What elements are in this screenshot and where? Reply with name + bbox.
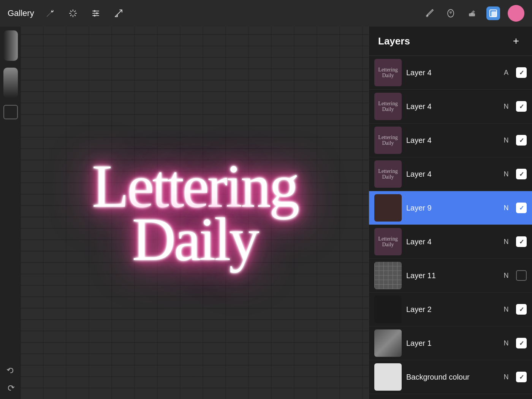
smudge-icon[interactable]: [444, 6, 458, 20]
layer-name: Layer 9: [406, 204, 432, 212]
layer-info: Layer 11: [402, 271, 502, 280]
layer-name: Layer 4: [406, 238, 432, 246]
layer-info: Layer 2: [402, 305, 502, 314]
layer-blend-mode[interactable]: N: [502, 204, 510, 212]
layer-visibility-checkbox[interactable]: [516, 338, 527, 348]
layer-name: Layer 2: [406, 305, 432, 314]
svg-line-6: [74, 11, 76, 12]
layer-thumbnail: [374, 194, 402, 222]
layer-name: Layer 4: [406, 102, 432, 111]
layer-item[interactable]: Layer 11N: [369, 259, 532, 293]
layer-item[interactable]: LetteringDailyLayer 4N: [369, 90, 532, 124]
layer-thumbnail: LetteringDaily: [374, 160, 402, 188]
layer-thumbnail: [374, 296, 402, 323]
color-picker[interactable]: [508, 5, 524, 22]
size-slider[interactable]: [3, 68, 18, 98]
shape-tool[interactable]: [3, 105, 18, 119]
layer-blend-mode[interactable]: N: [502, 272, 510, 280]
canvas-area: Lettering Daily Layers + LetteringDailyL…: [0, 27, 532, 399]
layer-thumbnail: [374, 329, 402, 357]
svg-line-4: [70, 11, 72, 12]
layer-info: Layer 4: [402, 102, 502, 111]
layers-header: Layers +: [369, 27, 532, 56]
left-sidebar: [0, 27, 21, 399]
layers-list: LetteringDailyLayer 4ALetteringDailyLaye…: [369, 56, 532, 399]
layer-thumbnail: LetteringDaily: [374, 228, 402, 255]
layer-item[interactable]: LetteringDailyLayer 4N: [369, 225, 532, 259]
eraser-icon[interactable]: [465, 6, 479, 20]
layer-item[interactable]: Layer 1N: [369, 326, 532, 360]
gallery-button[interactable]: Gallery: [8, 8, 34, 18]
layer-visibility-checkbox[interactable]: [516, 304, 527, 315]
layer-blend-mode[interactable]: A: [502, 69, 510, 77]
layer-thumbnail: LetteringDaily: [374, 93, 402, 120]
svg-line-5: [74, 15, 76, 16]
layer-item[interactable]: Background colourN: [369, 360, 532, 394]
svg-rect-15: [491, 11, 497, 17]
add-layer-button[interactable]: +: [509, 34, 523, 48]
layer-item[interactable]: LetteringDailyLayer 4N: [369, 124, 532, 157]
layer-item[interactable]: Layer 2N: [369, 293, 532, 326]
layer-blend-mode[interactable]: N: [502, 339, 510, 347]
layer-item[interactable]: Layer 9N: [369, 191, 532, 225]
layers-panel: Layers + LetteringDailyLayer 4ALettering…: [369, 27, 532, 399]
svg-point-9: [96, 13, 98, 14]
neon-text-container: Lettering Daily: [92, 156, 298, 270]
toolbar: Gallery: [0, 0, 532, 27]
layers-icon[interactable]: [486, 6, 500, 20]
layer-name: Layer 1: [406, 339, 432, 347]
layer-info: Layer 4: [402, 238, 502, 246]
layer-name: Layer 4: [406, 136, 432, 144]
layer-blend-mode[interactable]: N: [502, 306, 510, 314]
svg-line-7: [70, 15, 72, 16]
layer-thumbnail: LetteringDaily: [374, 127, 402, 154]
layer-name: Background colour: [406, 373, 470, 381]
layer-name: Layer 11: [406, 271, 436, 280]
adjust-icon[interactable]: [89, 6, 103, 20]
layer-thumbnail: [374, 262, 402, 289]
layer-blend-mode[interactable]: N: [502, 136, 510, 144]
layer-blend-mode[interactable]: N: [502, 170, 510, 178]
layer-blend-mode[interactable]: N: [502, 373, 510, 381]
layer-info: Layer 4: [402, 170, 502, 179]
opacity-slider[interactable]: [3, 30, 18, 61]
layer-item[interactable]: LetteringDailyLayer 4A: [369, 56, 532, 90]
layer-info: Layer 4: [402, 68, 502, 77]
layer-blend-mode[interactable]: N: [502, 103, 510, 111]
layer-visibility-checkbox[interactable]: [516, 101, 527, 112]
undo-button[interactable]: [3, 363, 18, 378]
layer-visibility-checkbox[interactable]: [516, 203, 527, 213]
magic-wand-icon[interactable]: [66, 6, 80, 20]
layer-info: Layer 1: [402, 339, 502, 348]
layer-info: Background colour: [402, 373, 502, 382]
layer-info: Layer 9: [402, 204, 502, 212]
toolbar-right: [423, 5, 524, 22]
wrench-icon[interactable]: [43, 6, 57, 20]
toolbar-left: Gallery: [8, 6, 423, 20]
layer-visibility-checkbox[interactable]: [516, 270, 527, 281]
layers-title: Layers: [378, 35, 410, 47]
layer-name: Layer 4: [406, 68, 432, 77]
brush-icon[interactable]: [423, 6, 436, 20]
layer-visibility-checkbox[interactable]: [516, 67, 527, 78]
layer-thumbnail: [374, 363, 402, 391]
layer-item[interactable]: LetteringDailyLayer 4N: [369, 157, 532, 191]
svg-point-11: [426, 15, 428, 17]
transform-icon[interactable]: [112, 6, 125, 20]
layer-blend-mode[interactable]: N: [502, 238, 510, 246]
svg-point-8: [93, 10, 95, 12]
neon-artwork: Lettering Daily: [21, 27, 369, 399]
layer-name: Layer 4: [406, 170, 432, 178]
layer-info: Layer 4: [402, 136, 502, 145]
redo-button[interactable]: [3, 381, 18, 395]
svg-point-10: [93, 15, 95, 17]
main-canvas: Lettering Daily: [21, 27, 369, 399]
layer-visibility-checkbox[interactable]: [516, 169, 527, 179]
layer-visibility-checkbox[interactable]: [516, 236, 527, 247]
layer-thumbnail: LetteringDaily: [374, 59, 402, 86]
layer-visibility-checkbox[interactable]: [516, 135, 527, 146]
layer-visibility-checkbox[interactable]: [516, 372, 527, 382]
